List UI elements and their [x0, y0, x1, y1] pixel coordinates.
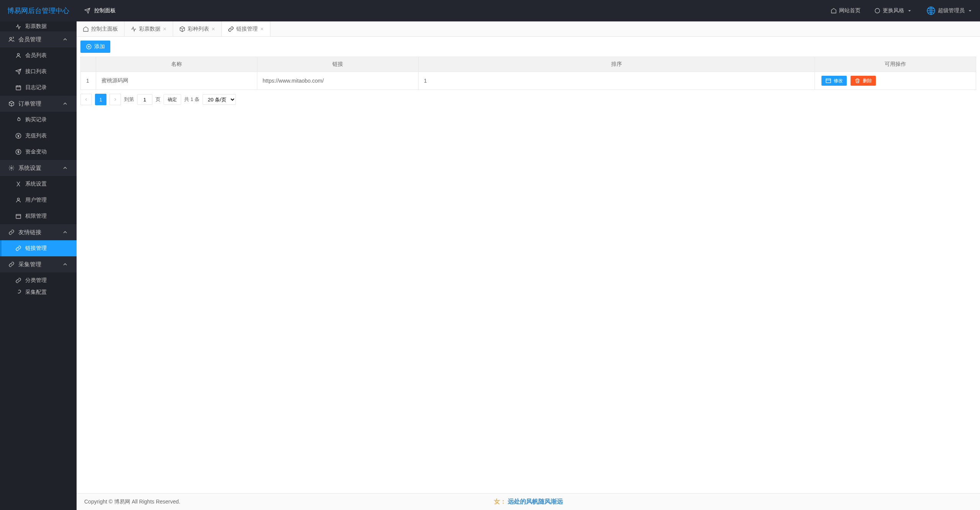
home-icon: [831, 8, 837, 14]
caret-down-icon: [967, 8, 973, 14]
change-style-link[interactable]: 更换风格: [867, 0, 919, 21]
caret-down-icon: [906, 8, 913, 14]
circle-icon: [874, 8, 880, 14]
website-home-label: 网站首页: [839, 7, 861, 14]
svg-point-0: [875, 8, 880, 13]
change-style-label: 更换风格: [883, 7, 904, 14]
control-panel-label: 控制面板: [94, 7, 116, 14]
header: 博易网后台管理中心 控制面板 网站首页 更换风格 超级管理员: [0, 0, 980, 21]
header-right: 网站首页 更换风格 超级管理员: [824, 0, 980, 21]
logo[interactable]: 博易网后台管理中心: [0, 0, 77, 21]
control-panel-link[interactable]: 控制面板: [77, 7, 116, 14]
user-label: 超级管理员: [938, 7, 965, 14]
send-icon: [84, 8, 90, 14]
website-home-link[interactable]: 网站首页: [824, 0, 867, 21]
globe-icon: [926, 6, 936, 15]
user-menu[interactable]: 超级管理员: [919, 0, 980, 21]
